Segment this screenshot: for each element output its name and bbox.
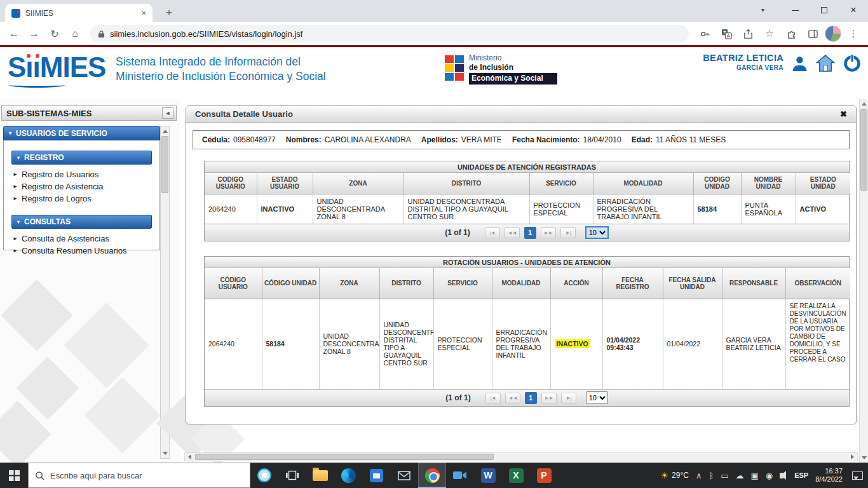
accordion-header-usuarios-de-servicio[interactable]: ▾ USUARIOS DE SERVICIO xyxy=(3,126,160,140)
scrollbar-thumb[interactable] xyxy=(860,109,867,191)
mail-button[interactable] xyxy=(390,463,418,488)
window-close-button[interactable]: × xyxy=(839,0,868,20)
scroll-up-arrow[interactable] xyxy=(161,126,169,135)
chevron-down-icon: ▾ xyxy=(17,219,20,225)
column-header: MODALIDAD xyxy=(492,268,550,299)
browser-toolbar: ← → ↻ ⌂ siimies.inclusion.gob.ec/SIIMIES… xyxy=(0,22,868,45)
start-button[interactable] xyxy=(0,463,28,488)
screen: SIIMIES × + ▾ × ← → ↻ ⌂ siimies.inclusio… xyxy=(0,0,868,488)
store-app-button[interactable] xyxy=(362,463,390,488)
window-minimize-button[interactable] xyxy=(780,0,810,20)
tray-expand-icon[interactable]: ∧ xyxy=(696,471,702,480)
battery-icon[interactable]: ▭ xyxy=(721,471,728,480)
reload-button[interactable]: ↻ xyxy=(46,25,64,43)
new-tab-button[interactable]: + xyxy=(161,5,177,20)
panel-close-icon[interactable]: ✖ xyxy=(840,109,847,119)
chrome-button-active[interactable] xyxy=(418,463,446,488)
video-meeting-button[interactable] xyxy=(446,463,474,488)
weather-widget[interactable]: ☀ 29°C xyxy=(661,470,689,480)
address-bar[interactable]: siimies.inclusion.gob.ec/SIIMIES/vistas/… xyxy=(90,25,689,43)
sidebar-item-registro-usuarios[interactable]: ► Registro de Usuarios xyxy=(4,168,159,180)
browser-tab[interactable]: SIIMIES × xyxy=(5,4,153,22)
browser-tab-strip: SIIMIES × + ▾ × xyxy=(0,0,868,22)
menu-section-consultas[interactable]: ▾ CONSULTAS xyxy=(11,215,152,229)
prev-page-button[interactable]: ◄◄ xyxy=(505,393,520,403)
scrollbar-thumb[interactable] xyxy=(195,454,494,460)
bookmark-star-icon[interactable]: ☆ xyxy=(760,25,779,43)
powerpoint-button[interactable]: P xyxy=(530,463,558,488)
task-view-button[interactable] xyxy=(278,463,306,488)
user-first-names: BEATRIZ LETICIA xyxy=(703,53,783,63)
onedrive-cloud-icon[interactable]: ☁ xyxy=(736,471,744,480)
bluetooth-icon[interactable]: ᛒ xyxy=(709,471,714,480)
page-size-select[interactable]: 10 xyxy=(585,226,609,239)
back-button[interactable]: ← xyxy=(5,25,23,43)
siimies-logo: SııMIES xyxy=(8,52,105,83)
edge-button[interactable] xyxy=(334,463,362,488)
scroll-left-arrow[interactable] xyxy=(185,453,194,461)
profile-avatar[interactable] xyxy=(825,25,841,42)
vertical-scrollbar[interactable] xyxy=(859,99,868,463)
cortana-button[interactable] xyxy=(250,463,278,488)
last-page-button[interactable]: ►| xyxy=(560,227,576,238)
file-explorer-button[interactable] xyxy=(306,463,334,488)
prev-page-button[interactable]: ◄◄ xyxy=(505,227,520,238)
user-profile-icon[interactable] xyxy=(791,55,808,72)
language-indicator[interactable]: ESP xyxy=(794,471,808,479)
translate-icon[interactable] xyxy=(717,25,736,43)
share-icon[interactable] xyxy=(738,25,757,43)
watermark-shape xyxy=(84,377,160,453)
home-nav-icon[interactable] xyxy=(816,55,835,72)
window-maximize-button[interactable] xyxy=(810,0,839,20)
home-button[interactable]: ⌂ xyxy=(66,25,84,43)
app-header: SııMIES Sistema Integrado de Información… xyxy=(0,47,868,99)
first-page-button[interactable]: |◄ xyxy=(485,227,500,238)
logo-ii-red-dots: ıı xyxy=(25,52,39,83)
logo-part: S xyxy=(8,51,25,83)
extensions-puzzle-icon[interactable] xyxy=(782,25,801,43)
side-panel-icon[interactable] xyxy=(803,25,822,43)
bullet-arrow-icon: ► xyxy=(13,172,18,177)
scroll-up-arrow[interactable] xyxy=(860,99,868,108)
excel-button[interactable]: X xyxy=(502,463,530,488)
word-button[interactable]: W xyxy=(474,463,502,488)
next-page-button[interactable]: ►► xyxy=(541,393,557,403)
tab-close-icon[interactable]: × xyxy=(141,8,146,18)
logout-power-icon[interactable] xyxy=(843,53,862,72)
next-page-button[interactable]: ►► xyxy=(541,227,556,238)
sidebar-item-consulta-resumen[interactable]: ► Consulta Resumen Usuarios xyxy=(4,245,159,257)
scroll-down-arrow[interactable] xyxy=(161,449,169,458)
horizontal-scrollbar[interactable] xyxy=(184,452,858,461)
maximize-icon xyxy=(821,7,827,13)
edad-value: 11 AÑOS 11 MESES xyxy=(656,135,726,144)
sidebar-collapse-button[interactable]: ◄ xyxy=(162,107,173,119)
password-key-icon[interactable] xyxy=(695,25,714,43)
current-page-button[interactable]: 1 xyxy=(524,227,536,239)
forward-button[interactable]: → xyxy=(25,25,43,43)
menu-section-registro[interactable]: ▾ REGISTRO xyxy=(11,151,152,165)
chevron-down-icon: ▾ xyxy=(9,130,11,136)
date-label: 8/4/2022 xyxy=(815,475,843,484)
sidebar-scrollbar[interactable] xyxy=(160,126,170,459)
volume-speaker-icon[interactable] xyxy=(780,473,783,478)
browser-menu-icon[interactable]: ⋮ xyxy=(844,25,863,43)
scrollbar-thumb[interactable] xyxy=(161,136,168,193)
network-signal-icon[interactable]: ◉ xyxy=(766,471,773,480)
column-header: ACCIÓN xyxy=(550,268,602,299)
scroll-right-arrow[interactable] xyxy=(848,453,857,461)
page-size-select[interactable]: 10 xyxy=(586,391,608,404)
sidebar-item-registro-logros[interactable]: ► Registro de Logros xyxy=(4,193,159,205)
tab-search-icon[interactable]: ▾ xyxy=(761,6,764,13)
sidebar-item-registro-asistencia[interactable]: ► Registro de Asistencia xyxy=(4,180,159,193)
first-page-button[interactable]: |◄ xyxy=(485,393,501,403)
taskbar-search-box[interactable]: Escribe aquí para buscar xyxy=(28,463,250,488)
action-center-icon[interactable] xyxy=(852,471,863,480)
taskbar-clock[interactable]: 16:37 8/4/2022 xyxy=(815,467,843,484)
excel-icon: X xyxy=(509,468,524,483)
current-page-button[interactable]: 1 xyxy=(525,392,537,404)
scroll-down-arrow[interactable] xyxy=(860,454,868,463)
estado-unidad-cell: ACTIVO xyxy=(796,194,850,224)
last-page-button[interactable]: ►| xyxy=(561,393,576,403)
sidebar-item-consulta-asistencias[interactable]: ► Consulta de Asistencias xyxy=(4,233,159,245)
security-shield-icon[interactable]: ▣ xyxy=(751,471,759,480)
